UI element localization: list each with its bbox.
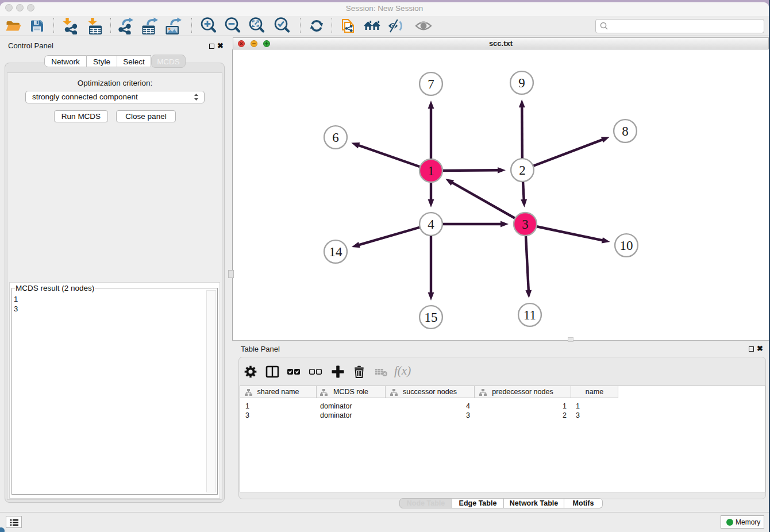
svg-text:2: 2 bbox=[519, 163, 526, 178]
svg-text:15: 15 bbox=[425, 310, 438, 325]
svg-text:6: 6 bbox=[332, 130, 339, 145]
svg-text:4: 4 bbox=[428, 217, 434, 232]
svg-text:7: 7 bbox=[428, 77, 434, 91]
svg-text:14: 14 bbox=[329, 245, 343, 259]
svg-text:3: 3 bbox=[522, 217, 529, 232]
svg-text:10: 10 bbox=[620, 238, 633, 253]
svg-text:1: 1 bbox=[428, 164, 434, 178]
svg-text:9: 9 bbox=[518, 76, 525, 90]
svg-text:8: 8 bbox=[622, 124, 629, 138]
svg-text:11: 11 bbox=[523, 308, 536, 322]
